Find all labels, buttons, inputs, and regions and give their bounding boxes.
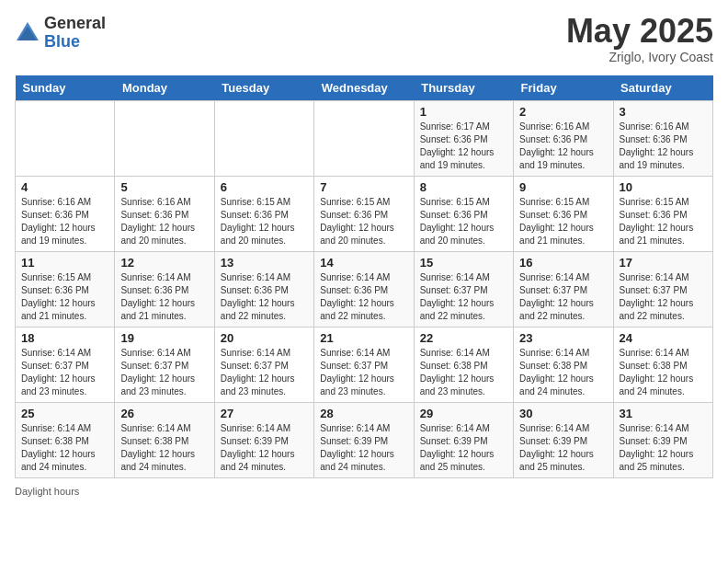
calendar-cell: 21Sunrise: 6:14 AM Sunset: 6:37 PM Dayli… (314, 327, 414, 403)
calendar-cell: 26Sunrise: 6:14 AM Sunset: 6:38 PM Dayli… (115, 403, 214, 478)
day-number: 25 (21, 407, 108, 420)
day-number: 17 (620, 256, 707, 270)
day-detail: Sunrise: 6:15 AM Sunset: 6:36 PM Dayligh… (420, 196, 507, 247)
logo-text: General Blue (44, 15, 106, 52)
day-detail: Sunrise: 6:14 AM Sunset: 6:36 PM Dayligh… (320, 271, 407, 323)
day-detail: Sunrise: 6:15 AM Sunset: 6:36 PM Dayligh… (320, 196, 407, 247)
day-number: 12 (120, 256, 208, 270)
calendar-week-1: 1Sunrise: 6:17 AM Sunset: 6:36 PM Daylig… (16, 101, 713, 177)
footer: Daylight hours (15, 486, 713, 497)
day-number: 28 (320, 407, 407, 420)
calendar-cell: 14Sunrise: 6:14 AM Sunset: 6:36 PM Dayli… (314, 252, 414, 327)
calendar-cell: 31Sunrise: 6:14 AM Sunset: 6:39 PM Dayli… (613, 403, 712, 478)
calendar-cell: 4Sunrise: 6:16 AM Sunset: 6:36 PM Daylig… (16, 177, 115, 252)
calendar-cell: 11Sunrise: 6:15 AM Sunset: 6:36 PM Dayli… (16, 252, 115, 327)
month-title: May 2025 (566, 15, 713, 48)
day-detail: Sunrise: 6:14 AM Sunset: 6:37 PM Dayligh… (120, 347, 208, 398)
day-number: 22 (420, 331, 507, 345)
calendar-header-row: SundayMondayTuesdayWednesdayThursdayFrid… (16, 75, 713, 101)
calendar-cell: 12Sunrise: 6:14 AM Sunset: 6:36 PM Dayli… (115, 252, 214, 327)
day-number: 21 (320, 331, 407, 345)
day-number: 27 (221, 407, 308, 420)
logo: General Blue (15, 15, 106, 52)
calendar-cell: 30Sunrise: 6:14 AM Sunset: 6:39 PM Dayli… (514, 403, 613, 478)
calendar-cell: 10Sunrise: 6:15 AM Sunset: 6:36 PM Dayli… (613, 177, 712, 252)
calendar-cell: 5Sunrise: 6:16 AM Sunset: 6:36 PM Daylig… (115, 177, 214, 252)
day-detail: Sunrise: 6:14 AM Sunset: 6:38 PM Dayligh… (420, 347, 507, 398)
day-number: 20 (221, 331, 308, 345)
day-number: 4 (21, 180, 108, 194)
calendar-week-4: 18Sunrise: 6:14 AM Sunset: 6:37 PM Dayli… (16, 327, 713, 403)
day-detail: Sunrise: 6:17 AM Sunset: 6:36 PM Dayligh… (420, 121, 507, 172)
day-number: 7 (320, 180, 407, 194)
calendar-cell (314, 101, 414, 177)
calendar-week-2: 4Sunrise: 6:16 AM Sunset: 6:36 PM Daylig… (16, 177, 713, 252)
logo-blue-text: Blue (44, 33, 106, 52)
day-detail: Sunrise: 6:14 AM Sunset: 6:37 PM Dayligh… (420, 271, 507, 323)
day-detail: Sunrise: 6:14 AM Sunset: 6:37 PM Dayligh… (221, 347, 308, 398)
day-detail: Sunrise: 6:14 AM Sunset: 6:36 PM Dayligh… (221, 271, 308, 323)
location-subtitle: Zriglo, Ivory Coast (566, 50, 713, 64)
day-number: 30 (519, 407, 607, 420)
column-header-sunday: Sunday (16, 75, 115, 101)
day-detail: Sunrise: 6:14 AM Sunset: 6:38 PM Dayligh… (120, 422, 208, 474)
calendar-cell: 23Sunrise: 6:14 AM Sunset: 6:38 PM Dayli… (514, 327, 613, 403)
day-detail: Sunrise: 6:16 AM Sunset: 6:36 PM Dayligh… (519, 121, 607, 172)
day-detail: Sunrise: 6:14 AM Sunset: 6:38 PM Dayligh… (519, 347, 607, 398)
calendar-cell: 19Sunrise: 6:14 AM Sunset: 6:37 PM Dayli… (115, 327, 214, 403)
calendar-cell: 24Sunrise: 6:14 AM Sunset: 6:38 PM Dayli… (613, 327, 712, 403)
calendar-cell: 27Sunrise: 6:14 AM Sunset: 6:39 PM Dayli… (214, 403, 313, 478)
day-number: 15 (420, 256, 507, 270)
day-detail: Sunrise: 6:14 AM Sunset: 6:39 PM Dayligh… (221, 422, 308, 474)
day-detail: Sunrise: 6:14 AM Sunset: 6:37 PM Dayligh… (21, 347, 108, 398)
day-number: 6 (221, 180, 308, 194)
day-number: 13 (221, 256, 308, 270)
calendar-cell (214, 101, 313, 177)
day-detail: Sunrise: 6:14 AM Sunset: 6:37 PM Dayligh… (320, 347, 407, 398)
day-number: 19 (120, 331, 208, 345)
calendar-week-3: 11Sunrise: 6:15 AM Sunset: 6:36 PM Dayli… (16, 252, 713, 327)
logo-icon (15, 20, 40, 46)
calendar-week-5: 25Sunrise: 6:14 AM Sunset: 6:38 PM Dayli… (16, 403, 713, 478)
day-number: 16 (519, 256, 607, 270)
day-number: 11 (21, 256, 108, 270)
day-detail: Sunrise: 6:14 AM Sunset: 6:37 PM Dayligh… (519, 271, 607, 323)
logo-general-text: General (44, 15, 106, 33)
calendar-cell: 3Sunrise: 6:16 AM Sunset: 6:36 PM Daylig… (613, 101, 712, 177)
day-number: 18 (21, 331, 108, 345)
day-number: 29 (420, 407, 507, 420)
calendar-cell: 25Sunrise: 6:14 AM Sunset: 6:38 PM Dayli… (16, 403, 115, 478)
column-header-tuesday: Tuesday (214, 75, 313, 101)
day-detail: Sunrise: 6:14 AM Sunset: 6:39 PM Dayligh… (519, 422, 607, 474)
column-header-wednesday: Wednesday (314, 75, 414, 101)
day-detail: Sunrise: 6:16 AM Sunset: 6:36 PM Dayligh… (120, 196, 208, 247)
column-header-friday: Friday (514, 75, 613, 101)
page-header: General Blue May 2025 Zriglo, Ivory Coas… (15, 15, 713, 64)
calendar-cell: 18Sunrise: 6:14 AM Sunset: 6:37 PM Dayli… (16, 327, 115, 403)
day-number: 2 (519, 105, 607, 119)
column-header-thursday: Thursday (414, 75, 513, 101)
daylight-label: Daylight hours (15, 486, 79, 497)
day-detail: Sunrise: 6:16 AM Sunset: 6:36 PM Dayligh… (620, 121, 707, 172)
day-detail: Sunrise: 6:14 AM Sunset: 6:39 PM Dayligh… (320, 422, 407, 474)
day-number: 26 (120, 407, 208, 420)
column-header-monday: Monday (115, 75, 214, 101)
day-detail: Sunrise: 6:14 AM Sunset: 6:38 PM Dayligh… (620, 347, 707, 398)
calendar-cell: 29Sunrise: 6:14 AM Sunset: 6:39 PM Dayli… (414, 403, 513, 478)
day-detail: Sunrise: 6:14 AM Sunset: 6:39 PM Dayligh… (620, 422, 707, 474)
day-detail: Sunrise: 6:16 AM Sunset: 6:36 PM Dayligh… (21, 196, 108, 247)
day-detail: Sunrise: 6:15 AM Sunset: 6:36 PM Dayligh… (21, 271, 108, 323)
day-detail: Sunrise: 6:15 AM Sunset: 6:36 PM Dayligh… (221, 196, 308, 247)
day-number: 31 (620, 407, 707, 420)
day-number: 3 (620, 105, 707, 119)
day-detail: Sunrise: 6:15 AM Sunset: 6:36 PM Dayligh… (519, 196, 607, 247)
calendar-cell: 2Sunrise: 6:16 AM Sunset: 6:36 PM Daylig… (514, 101, 613, 177)
day-detail: Sunrise: 6:15 AM Sunset: 6:36 PM Dayligh… (620, 196, 707, 247)
day-number: 1 (420, 105, 507, 119)
calendar-cell: 22Sunrise: 6:14 AM Sunset: 6:38 PM Dayli… (414, 327, 513, 403)
day-number: 9 (519, 180, 607, 194)
calendar-cell: 13Sunrise: 6:14 AM Sunset: 6:36 PM Dayli… (214, 252, 313, 327)
calendar-cell: 7Sunrise: 6:15 AM Sunset: 6:36 PM Daylig… (314, 177, 414, 252)
day-detail: Sunrise: 6:14 AM Sunset: 6:36 PM Dayligh… (120, 271, 208, 323)
day-number: 23 (519, 331, 607, 345)
